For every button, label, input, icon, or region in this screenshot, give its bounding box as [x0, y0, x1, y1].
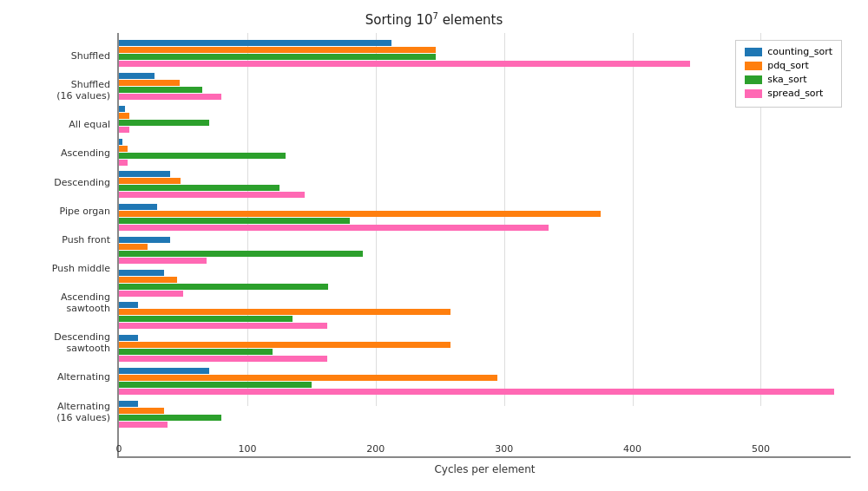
bar: [119, 139, 122, 145]
y-label: All equal: [69, 119, 110, 130]
bar-row: [119, 401, 851, 407]
bar-row: [119, 218, 851, 224]
bar: [119, 342, 450, 348]
bar-row: [119, 160, 851, 166]
legend-label: spread_sort: [767, 88, 823, 99]
chart-container: Sorting 107 elements ShuffledShuffled(16…: [17, 11, 851, 480]
legend-label: counting_sort: [767, 46, 832, 57]
bar-group: [119, 169, 851, 200]
bar-row: [119, 356, 851, 362]
bar-row: [119, 185, 851, 191]
bar-row: [119, 349, 851, 355]
bar: [119, 211, 601, 217]
bar: [119, 422, 168, 428]
y-label: Pipe organ: [60, 206, 110, 217]
y-label: Alternating: [57, 371, 110, 383]
bar: [119, 80, 180, 86]
bar-row: [119, 127, 851, 133]
bar-row: [119, 389, 851, 395]
bar: [119, 54, 436, 60]
legend-item: ska_sort: [745, 74, 832, 85]
bar-row: [119, 342, 851, 348]
bar-row: [119, 415, 851, 421]
bar: [119, 218, 350, 224]
bar: [119, 153, 286, 159]
x-axis-title: Cycles per element: [434, 463, 535, 475]
legend-color-box: [745, 48, 762, 56]
bar-row: [119, 204, 851, 210]
legend-item: spread_sort: [745, 88, 832, 99]
y-label: Descendingsawtooth: [54, 331, 110, 354]
bar: [119, 106, 125, 112]
bar: [119, 277, 177, 283]
y-labels: ShuffledShuffled(16 values)All equalAsce…: [17, 33, 117, 458]
bar-row: [119, 237, 851, 243]
bar-group: [119, 235, 851, 265]
bar: [119, 291, 183, 297]
y-label: Ascending: [61, 147, 110, 159]
legend-color-box: [745, 75, 762, 84]
bar: [119, 415, 221, 421]
bar: [119, 302, 138, 308]
x-tick-label: 400: [623, 443, 641, 455]
y-label: Push middle: [52, 263, 110, 274]
bar-row: [119, 302, 851, 308]
bar: [119, 244, 148, 250]
bar: [119, 382, 312, 388]
bar: [119, 335, 138, 341]
bar: [119, 237, 170, 243]
bar: [119, 73, 155, 79]
bar: [119, 401, 138, 407]
bar-row: [119, 323, 851, 329]
bar-row: [119, 113, 851, 119]
bar: [119, 258, 207, 264]
y-label: Shuffled(16 values): [56, 79, 110, 101]
bar: [119, 356, 327, 362]
bar: [119, 61, 690, 67]
bar: [119, 146, 128, 152]
bar: [119, 316, 293, 322]
bar: [119, 120, 209, 126]
bar: [119, 251, 363, 257]
bar: [119, 375, 497, 381]
bar-row: [119, 139, 851, 145]
legend-color-box: [745, 62, 762, 70]
legend-label: pdq_sort: [767, 60, 809, 71]
bar-row: [119, 192, 851, 198]
bar: [119, 284, 328, 290]
bar: [119, 40, 391, 46]
bar: [119, 185, 279, 191]
x-tick-label: 0: [116, 443, 122, 455]
y-label: Descending: [54, 177, 110, 188]
bar-row: [119, 211, 851, 217]
x-tick-label: 300: [495, 443, 513, 455]
legend-label: ska_sort: [767, 74, 806, 85]
bar: [119, 113, 129, 119]
bar: [119, 127, 129, 133]
bar-row: [119, 291, 851, 297]
bar-row: [119, 408, 851, 414]
chart-area: ShuffledShuffled(16 values)All equalAsce…: [17, 33, 851, 458]
bar-row: [119, 146, 851, 152]
bar-row: [119, 284, 851, 290]
x-tick-label: 500: [752, 443, 770, 455]
x-axis: 0100200300400500: [119, 432, 851, 456]
bar-row: [119, 120, 851, 126]
bar-row: [119, 277, 851, 283]
y-label: Shuffled: [71, 50, 110, 62]
bar-row: [119, 422, 851, 428]
bar-group: [119, 104, 851, 134]
bar: [119, 178, 181, 184]
bar-group: [119, 399, 851, 429]
bar-row: [119, 335, 851, 341]
y-label: Alternating(16 values): [56, 401, 110, 423]
bar-row: [119, 178, 851, 184]
bar-row: [119, 382, 851, 388]
bar: [119, 225, 549, 231]
bar: [119, 389, 834, 395]
bar: [119, 368, 209, 374]
bar-group: [119, 333, 851, 363]
bar-row: [119, 171, 851, 177]
bar-row: [119, 316, 851, 322]
bar: [119, 47, 436, 53]
